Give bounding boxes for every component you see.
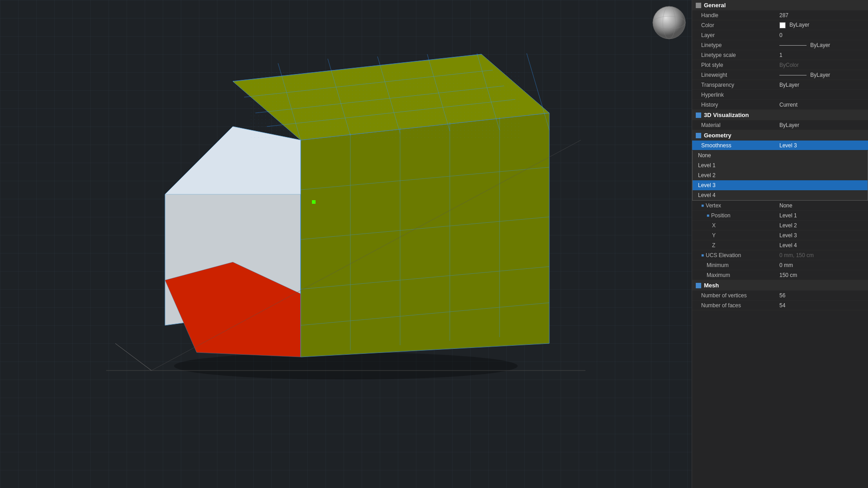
- prop-value-plot-style: ByColor: [776, 61, 868, 69]
- vertex-expand-icon: ■: [701, 203, 704, 208]
- prop-name-num-faces: Number of faces: [692, 301, 776, 310]
- prop-name-maximum: Maximum: [692, 271, 776, 279]
- 3d-mesh-object: // dots rendered inline: [0, 0, 692, 488]
- prop-row-num-faces: Number of faces 54: [692, 300, 868, 310]
- prop-name-linetype-scale: Linetype scale: [692, 51, 776, 59]
- dropdown-item-level1[interactable]: Level 1: [693, 160, 868, 170]
- geometry-section-label: Geometry: [704, 132, 731, 139]
- prop-name-x: X: [692, 221, 776, 230]
- viewport[interactable]: // dots rendered inline: [0, 0, 692, 488]
- prop-row-z[interactable]: Z Level 4: [692, 240, 868, 250]
- prop-name-transparency: Transparency: [692, 81, 776, 89]
- prop-row-history[interactable]: History Current: [692, 100, 868, 110]
- prop-row-x[interactable]: X Level 2: [692, 221, 868, 230]
- smoothness-dropdown-container: None Level 1 Level 2 Level 3 Level 4: [692, 150, 868, 201]
- dropdown-item-level3[interactable]: Level 3: [693, 180, 868, 190]
- geometry-section-icon: [696, 133, 701, 138]
- prop-row-plot-style: Plot style ByColor: [692, 60, 868, 70]
- prop-row-lineweight[interactable]: Lineweight ByLayer: [692, 70, 868, 80]
- prop-name-num-vertices: Number of vertices: [692, 291, 776, 300]
- prop-value-minimum: 0 mm: [776, 261, 868, 269]
- color-swatch: [779, 22, 786, 28]
- prop-row-maximum[interactable]: Maximum 150 cm: [692, 270, 868, 280]
- prop-name-hyperlink: Hyperlink: [692, 91, 776, 99]
- prop-value-linetype: ByLayer: [776, 41, 868, 49]
- general-section-label: General: [704, 2, 726, 9]
- svg-point-26: [653, 6, 685, 39]
- prop-value-ucs-elevation: 0 mm, 150 cm: [776, 251, 868, 259]
- prop-row-linetype[interactable]: Linetype ByLayer: [692, 40, 868, 50]
- navigation-sphere[interactable]: [651, 5, 687, 41]
- mesh-section-icon: [696, 283, 701, 288]
- prop-value-num-faces: 54: [776, 301, 868, 310]
- prop-row-linetype-scale[interactable]: Linetype scale 1: [692, 50, 868, 60]
- svg-line-23: [115, 343, 151, 371]
- prop-value-material: ByLayer: [776, 121, 868, 129]
- prop-name-vertex: ■ Vertex: [692, 202, 776, 210]
- geometry-section-header[interactable]: Geometry: [692, 130, 868, 141]
- prop-row-ucs-elevation[interactable]: ■ UCS Elevation 0 mm, 150 cm: [692, 250, 868, 260]
- visualization-section-header[interactable]: 3D Visualization: [692, 110, 868, 120]
- prop-name-color: Color: [692, 21, 776, 29]
- svg-rect-11: [251, 72, 522, 140]
- prop-value-transparency: ByLayer: [776, 81, 868, 89]
- visualization-section-icon: [696, 113, 701, 118]
- dropdown-item-level4[interactable]: Level 4: [693, 190, 868, 200]
- svg-point-0: [174, 352, 518, 380]
- prop-value-history: Current: [776, 101, 868, 109]
- svg-rect-21: [312, 200, 316, 204]
- prop-row-minimum[interactable]: Minimum 0 mm: [692, 260, 868, 270]
- prop-name-handle: Handle: [692, 11, 776, 19]
- prop-name-ucs-elevation: ■ UCS Elevation: [692, 251, 776, 259]
- prop-value-handle: 287: [776, 11, 868, 19]
- prop-value-x: Level 2: [776, 221, 868, 230]
- prop-name-material: Material: [692, 121, 776, 129]
- prop-row-position[interactable]: ■ Position Level 1: [692, 211, 868, 221]
- prop-row-color[interactable]: Color ByLayer: [692, 20, 868, 30]
- prop-row-hyperlink[interactable]: Hyperlink: [692, 90, 868, 100]
- prop-name-smoothness: Smoothness: [692, 141, 776, 150]
- prop-value-maximum: 150 cm: [776, 271, 868, 279]
- prop-value-lineweight: ByLayer: [776, 71, 868, 79]
- prop-value-y: Level 3: [776, 231, 868, 239]
- prop-value-layer: 0: [776, 31, 868, 39]
- prop-value-color: ByLayer: [776, 21, 868, 29]
- prop-name-history: History: [692, 101, 776, 109]
- properties-panel: General Handle 287 Color ByLayer Layer 0…: [692, 0, 868, 488]
- prop-name-position: ■ Position: [692, 211, 776, 220]
- smoothness-dropdown[interactable]: None Level 1 Level 2 Level 3 Level 4: [692, 150, 868, 201]
- general-section-icon: [696, 3, 701, 8]
- prop-name-lineweight: Lineweight: [692, 71, 776, 79]
- prop-row-vertex[interactable]: ■ Vertex None: [692, 201, 868, 211]
- prop-value-z: Level 4: [776, 241, 868, 249]
- mesh-section-header[interactable]: Mesh: [692, 280, 868, 291]
- position-expand-icon: ■: [707, 213, 709, 218]
- dropdown-item-none[interactable]: None: [693, 150, 868, 160]
- visualization-section-label: 3D Visualization: [704, 112, 749, 118]
- prop-name-z: Z: [692, 241, 776, 249]
- prop-row-smoothness[interactable]: Smoothness Level 3: [692, 141, 868, 150]
- prop-value-num-vertices: 56: [776, 291, 868, 300]
- prop-name-plot-style: Plot style: [692, 61, 776, 69]
- prop-row-y[interactable]: Y Level 3: [692, 230, 868, 240]
- prop-name-minimum: Minimum: [692, 261, 776, 269]
- prop-name-y: Y: [692, 231, 776, 239]
- prop-row-transparency[interactable]: Transparency ByLayer: [692, 80, 868, 90]
- prop-name-linetype: Linetype: [692, 41, 776, 49]
- prop-name-layer: Layer: [692, 31, 776, 39]
- ucs-expand-icon: ■: [701, 253, 704, 258]
- prop-row-material[interactable]: Material ByLayer: [692, 120, 868, 130]
- prop-value-hyperlink: [776, 94, 868, 96]
- linetype-line: [779, 45, 807, 46]
- prop-value-smoothness: Level 3: [776, 141, 868, 150]
- lineweight-line: [779, 75, 807, 75]
- prop-row-layer[interactable]: Layer 0: [692, 30, 868, 40]
- prop-value-linetype-scale: 1: [776, 51, 868, 59]
- prop-row-handle: Handle 287: [692, 10, 868, 20]
- mesh-section-label: Mesh: [704, 282, 719, 289]
- prop-value-position: Level 1: [776, 211, 868, 220]
- general-section-header[interactable]: General: [692, 0, 868, 10]
- prop-row-num-vertices: Number of vertices 56: [692, 291, 868, 300]
- dropdown-item-level2[interactable]: Level 2: [693, 170, 868, 180]
- prop-value-vertex: None: [776, 202, 868, 210]
